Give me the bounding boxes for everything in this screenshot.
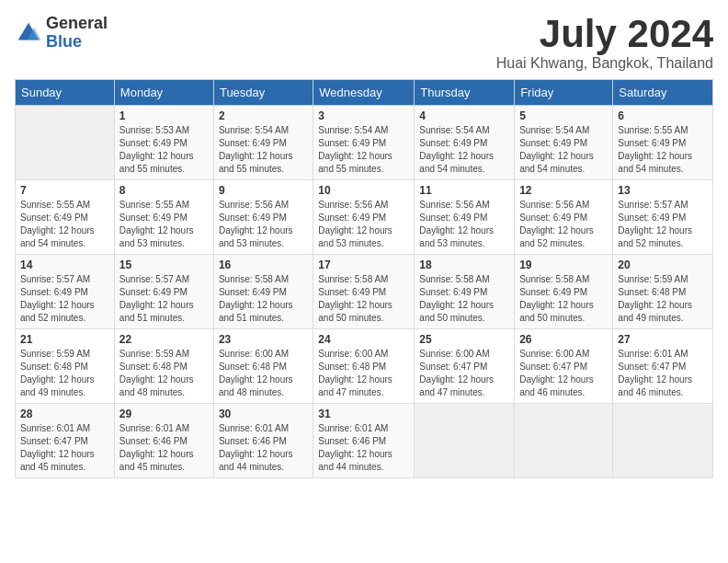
calendar-cell: 20Sunrise: 5:59 AMSunset: 6:48 PMDayligh… xyxy=(613,255,713,329)
day-number: 25 xyxy=(419,333,509,346)
calendar-week-row: 28Sunrise: 6:01 AMSunset: 6:47 PMDayligh… xyxy=(16,404,713,478)
day-number: 5 xyxy=(519,109,608,122)
calendar-week-row: 7Sunrise: 5:55 AMSunset: 6:49 PMDaylight… xyxy=(16,180,713,255)
day-number: 15 xyxy=(119,259,209,271)
day-info: Sunrise: 5:55 AMSunset: 6:49 PMDaylight:… xyxy=(618,124,708,176)
day-info: Sunrise: 5:59 AMSunset: 6:48 PMDaylight:… xyxy=(20,348,109,399)
calendar-cell: 10Sunrise: 5:56 AMSunset: 6:49 PMDayligh… xyxy=(313,180,415,255)
day-number: 28 xyxy=(20,408,109,420)
day-number: 20 xyxy=(618,259,708,271)
day-number: 19 xyxy=(519,259,608,271)
calendar-week-row: 21Sunrise: 5:59 AMSunset: 6:48 PMDayligh… xyxy=(16,329,713,404)
day-info: Sunrise: 5:58 AMSunset: 6:49 PMDaylight:… xyxy=(318,273,409,325)
calendar-cell: 25Sunrise: 6:00 AMSunset: 6:47 PMDayligh… xyxy=(415,329,515,404)
day-info: Sunrise: 5:54 AMSunset: 6:49 PMDaylight:… xyxy=(219,124,308,176)
day-info: Sunrise: 5:58 AMSunset: 6:49 PMDaylight:… xyxy=(519,273,608,325)
calendar-cell: 14Sunrise: 5:57 AMSunset: 6:49 PMDayligh… xyxy=(16,255,115,329)
logo-icon xyxy=(15,19,42,47)
day-info: Sunrise: 6:00 AMSunset: 6:48 PMDaylight:… xyxy=(219,348,308,399)
day-info: Sunrise: 5:59 AMSunset: 6:48 PMDaylight:… xyxy=(119,348,209,399)
calendar-cell xyxy=(515,404,613,478)
day-info: Sunrise: 6:01 AMSunset: 6:46 PMDaylight:… xyxy=(219,422,308,474)
calendar-cell: 5Sunrise: 5:54 AMSunset: 6:49 PMDaylight… xyxy=(515,106,613,180)
logo-blue: Blue xyxy=(46,33,108,52)
calendar-header-row: SundayMondayTuesdayWednesdayThursdayFrid… xyxy=(16,80,713,106)
day-info: Sunrise: 5:54 AMSunset: 6:49 PMDaylight:… xyxy=(519,124,608,176)
day-info: Sunrise: 5:57 AMSunset: 6:49 PMDaylight:… xyxy=(20,273,109,325)
day-info: Sunrise: 5:56 AMSunset: 6:49 PMDaylight:… xyxy=(519,199,608,250)
calendar-cell: 4Sunrise: 5:54 AMSunset: 6:49 PMDaylight… xyxy=(415,106,515,180)
calendar-week-row: 1Sunrise: 5:53 AMSunset: 6:49 PMDaylight… xyxy=(16,106,713,180)
day-number: 31 xyxy=(318,408,409,420)
day-info: Sunrise: 6:01 AMSunset: 6:47 PMDaylight:… xyxy=(20,422,109,474)
calendar-cell: 17Sunrise: 5:58 AMSunset: 6:49 PMDayligh… xyxy=(313,255,415,329)
day-info: Sunrise: 5:53 AMSunset: 6:49 PMDaylight:… xyxy=(119,124,209,176)
calendar-cell xyxy=(415,404,515,478)
day-number: 21 xyxy=(20,333,109,346)
calendar-cell: 15Sunrise: 5:57 AMSunset: 6:49 PMDayligh… xyxy=(114,255,213,329)
day-info: Sunrise: 5:58 AMSunset: 6:49 PMDaylight:… xyxy=(219,273,308,325)
day-number: 11 xyxy=(419,184,509,197)
day-info: Sunrise: 5:54 AMSunset: 6:49 PMDaylight:… xyxy=(318,124,409,176)
day-number: 14 xyxy=(20,259,109,271)
day-number: 22 xyxy=(119,333,209,346)
day-number: 16 xyxy=(219,259,308,271)
day-info: Sunrise: 5:55 AMSunset: 6:49 PMDaylight:… xyxy=(119,199,209,250)
logo-text: General Blue xyxy=(46,15,108,52)
day-number: 12 xyxy=(519,184,608,197)
day-info: Sunrise: 5:56 AMSunset: 6:49 PMDaylight:… xyxy=(419,199,509,250)
calendar-cell: 21Sunrise: 5:59 AMSunset: 6:48 PMDayligh… xyxy=(16,329,115,404)
calendar-cell: 18Sunrise: 5:58 AMSunset: 6:49 PMDayligh… xyxy=(415,255,515,329)
day-info: Sunrise: 5:54 AMSunset: 6:49 PMDaylight:… xyxy=(419,124,509,176)
weekday-header: Monday xyxy=(114,80,213,106)
month-title: July 2024 xyxy=(496,15,713,53)
day-number: 10 xyxy=(318,184,409,197)
day-number: 9 xyxy=(219,184,308,197)
day-info: Sunrise: 5:59 AMSunset: 6:48 PMDaylight:… xyxy=(618,273,708,325)
weekday-header: Wednesday xyxy=(313,80,415,106)
day-number: 2 xyxy=(219,109,308,122)
weekday-header: Friday xyxy=(515,80,613,106)
day-info: Sunrise: 6:00 AMSunset: 6:47 PMDaylight:… xyxy=(519,348,608,399)
calendar-cell xyxy=(613,404,713,478)
calendar-cell: 22Sunrise: 5:59 AMSunset: 6:48 PMDayligh… xyxy=(114,329,213,404)
calendar-cell: 6Sunrise: 5:55 AMSunset: 6:49 PMDaylight… xyxy=(613,106,713,180)
weekday-header: Saturday xyxy=(613,80,713,106)
day-info: Sunrise: 5:58 AMSunset: 6:49 PMDaylight:… xyxy=(419,273,509,325)
day-number: 23 xyxy=(219,333,308,346)
calendar-cell: 29Sunrise: 6:01 AMSunset: 6:46 PMDayligh… xyxy=(114,404,213,478)
calendar-cell: 16Sunrise: 5:58 AMSunset: 6:49 PMDayligh… xyxy=(213,255,313,329)
weekday-header: Thursday xyxy=(415,80,515,106)
day-info: Sunrise: 5:55 AMSunset: 6:49 PMDaylight:… xyxy=(20,199,109,250)
calendar-table: SundayMondayTuesdayWednesdayThursdayFrid… xyxy=(15,79,713,478)
location-title: Huai Khwang, Bangkok, Thailand xyxy=(496,55,713,72)
weekday-header: Tuesday xyxy=(213,80,313,106)
calendar-cell: 9Sunrise: 5:56 AMSunset: 6:49 PMDaylight… xyxy=(213,180,313,255)
day-info: Sunrise: 5:57 AMSunset: 6:49 PMDaylight:… xyxy=(618,199,708,250)
calendar-cell: 19Sunrise: 5:58 AMSunset: 6:49 PMDayligh… xyxy=(515,255,613,329)
calendar-cell: 1Sunrise: 5:53 AMSunset: 6:49 PMDaylight… xyxy=(114,106,213,180)
day-number: 7 xyxy=(20,184,109,197)
day-info: Sunrise: 6:01 AMSunset: 6:47 PMDaylight:… xyxy=(618,348,708,399)
weekday-header: Sunday xyxy=(16,80,115,106)
day-number: 30 xyxy=(219,408,308,420)
calendar-cell: 8Sunrise: 5:55 AMSunset: 6:49 PMDaylight… xyxy=(114,180,213,255)
day-number: 17 xyxy=(318,259,409,271)
calendar-cell: 30Sunrise: 6:01 AMSunset: 6:46 PMDayligh… xyxy=(213,404,313,478)
calendar-cell: 13Sunrise: 5:57 AMSunset: 6:49 PMDayligh… xyxy=(613,180,713,255)
logo-general: General xyxy=(46,15,108,33)
calendar-cell: 23Sunrise: 6:00 AMSunset: 6:48 PMDayligh… xyxy=(213,329,313,404)
calendar-week-row: 14Sunrise: 5:57 AMSunset: 6:49 PMDayligh… xyxy=(16,255,713,329)
calendar-cell: 28Sunrise: 6:01 AMSunset: 6:47 PMDayligh… xyxy=(16,404,115,478)
calendar-cell: 7Sunrise: 5:55 AMSunset: 6:49 PMDaylight… xyxy=(16,180,115,255)
calendar-cell: 26Sunrise: 6:00 AMSunset: 6:47 PMDayligh… xyxy=(515,329,613,404)
day-info: Sunrise: 5:57 AMSunset: 6:49 PMDaylight:… xyxy=(119,273,209,325)
header: General Blue July 2024 Huai Khwang, Bang… xyxy=(15,15,713,72)
day-info: Sunrise: 6:01 AMSunset: 6:46 PMDaylight:… xyxy=(318,422,409,474)
calendar-cell: 3Sunrise: 5:54 AMSunset: 6:49 PMDaylight… xyxy=(313,106,415,180)
calendar-cell: 11Sunrise: 5:56 AMSunset: 6:49 PMDayligh… xyxy=(415,180,515,255)
calendar-cell: 27Sunrise: 6:01 AMSunset: 6:47 PMDayligh… xyxy=(613,329,713,404)
day-number: 29 xyxy=(119,408,209,420)
calendar-cell: 2Sunrise: 5:54 AMSunset: 6:49 PMDaylight… xyxy=(213,106,313,180)
day-number: 27 xyxy=(618,333,708,346)
